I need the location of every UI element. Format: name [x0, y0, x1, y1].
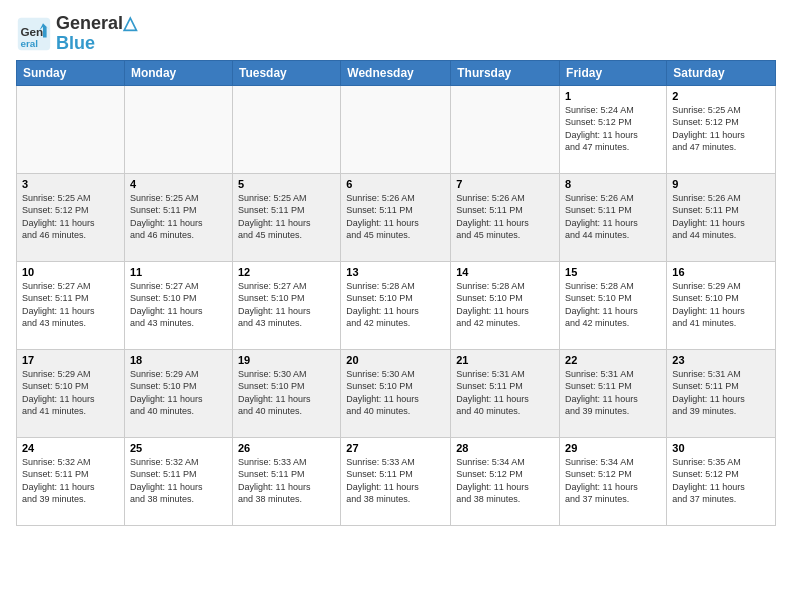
day-cell: 4Sunrise: 5:25 AMSunset: 5:11 PMDaylight… — [124, 173, 232, 261]
day-cell — [451, 85, 560, 173]
col-thursday: Thursday — [451, 60, 560, 85]
page: Gen eral General△ Blue Sunday Monday Tue… — [0, 0, 792, 612]
week-row-2: 3Sunrise: 5:25 AMSunset: 5:12 PMDaylight… — [17, 173, 776, 261]
col-saturday: Saturday — [667, 60, 776, 85]
day-cell: 30Sunrise: 5:35 AMSunset: 5:12 PMDayligh… — [667, 437, 776, 525]
day-info: Sunrise: 5:27 AMSunset: 5:10 PMDaylight:… — [130, 280, 227, 330]
col-monday: Monday — [124, 60, 232, 85]
day-cell: 6Sunrise: 5:26 AMSunset: 5:11 PMDaylight… — [341, 173, 451, 261]
day-info: Sunrise: 5:34 AMSunset: 5:12 PMDaylight:… — [565, 456, 661, 506]
day-cell: 3Sunrise: 5:25 AMSunset: 5:12 PMDaylight… — [17, 173, 125, 261]
day-number: 22 — [565, 354, 661, 366]
logo-icon: Gen eral — [16, 16, 52, 52]
day-info: Sunrise: 5:25 AMSunset: 5:12 PMDaylight:… — [22, 192, 119, 242]
day-cell: 22Sunrise: 5:31 AMSunset: 5:11 PMDayligh… — [560, 349, 667, 437]
day-info: Sunrise: 5:28 AMSunset: 5:10 PMDaylight:… — [565, 280, 661, 330]
day-number: 17 — [22, 354, 119, 366]
calendar-body: 1Sunrise: 5:24 AMSunset: 5:12 PMDaylight… — [17, 85, 776, 525]
day-number: 28 — [456, 442, 554, 454]
week-row-3: 10Sunrise: 5:27 AMSunset: 5:11 PMDayligh… — [17, 261, 776, 349]
col-tuesday: Tuesday — [232, 60, 340, 85]
logo-blue: △ — [123, 13, 137, 33]
day-cell: 23Sunrise: 5:31 AMSunset: 5:11 PMDayligh… — [667, 349, 776, 437]
day-number: 12 — [238, 266, 335, 278]
day-info: Sunrise: 5:28 AMSunset: 5:10 PMDaylight:… — [456, 280, 554, 330]
day-info: Sunrise: 5:29 AMSunset: 5:10 PMDaylight:… — [672, 280, 770, 330]
day-info: Sunrise: 5:33 AMSunset: 5:11 PMDaylight:… — [346, 456, 445, 506]
day-cell: 17Sunrise: 5:29 AMSunset: 5:10 PMDayligh… — [17, 349, 125, 437]
day-number: 24 — [22, 442, 119, 454]
day-cell: 14Sunrise: 5:28 AMSunset: 5:10 PMDayligh… — [451, 261, 560, 349]
day-cell: 10Sunrise: 5:27 AMSunset: 5:11 PMDayligh… — [17, 261, 125, 349]
day-number: 9 — [672, 178, 770, 190]
day-cell — [232, 85, 340, 173]
day-number: 10 — [22, 266, 119, 278]
day-info: Sunrise: 5:32 AMSunset: 5:11 PMDaylight:… — [22, 456, 119, 506]
day-number: 11 — [130, 266, 227, 278]
day-info: Sunrise: 5:31 AMSunset: 5:11 PMDaylight:… — [672, 368, 770, 418]
day-info: Sunrise: 5:32 AMSunset: 5:11 PMDaylight:… — [130, 456, 227, 506]
day-number: 3 — [22, 178, 119, 190]
day-number: 13 — [346, 266, 445, 278]
day-info: Sunrise: 5:35 AMSunset: 5:12 PMDaylight:… — [672, 456, 770, 506]
svg-text:Gen: Gen — [21, 25, 44, 38]
day-cell — [17, 85, 125, 173]
day-info: Sunrise: 5:34 AMSunset: 5:12 PMDaylight:… — [456, 456, 554, 506]
day-cell: 11Sunrise: 5:27 AMSunset: 5:10 PMDayligh… — [124, 261, 232, 349]
day-number: 8 — [565, 178, 661, 190]
day-number: 23 — [672, 354, 770, 366]
day-cell: 19Sunrise: 5:30 AMSunset: 5:10 PMDayligh… — [232, 349, 340, 437]
day-cell: 1Sunrise: 5:24 AMSunset: 5:12 PMDaylight… — [560, 85, 667, 173]
col-friday: Friday — [560, 60, 667, 85]
logo-line1: General△ — [56, 14, 137, 34]
day-info: Sunrise: 5:25 AMSunset: 5:12 PMDaylight:… — [672, 104, 770, 154]
calendar-header: Sunday Monday Tuesday Wednesday Thursday… — [17, 60, 776, 85]
day-info: Sunrise: 5:26 AMSunset: 5:11 PMDaylight:… — [565, 192, 661, 242]
day-number: 21 — [456, 354, 554, 366]
day-info: Sunrise: 5:27 AMSunset: 5:11 PMDaylight:… — [22, 280, 119, 330]
day-cell: 29Sunrise: 5:34 AMSunset: 5:12 PMDayligh… — [560, 437, 667, 525]
day-number: 4 — [130, 178, 227, 190]
day-cell — [341, 85, 451, 173]
svg-text:eral: eral — [21, 37, 39, 48]
day-number: 2 — [672, 90, 770, 102]
day-cell: 7Sunrise: 5:26 AMSunset: 5:11 PMDaylight… — [451, 173, 560, 261]
day-info: Sunrise: 5:28 AMSunset: 5:10 PMDaylight:… — [346, 280, 445, 330]
day-info: Sunrise: 5:24 AMSunset: 5:12 PMDaylight:… — [565, 104, 661, 154]
day-info: Sunrise: 5:25 AMSunset: 5:11 PMDaylight:… — [130, 192, 227, 242]
day-number: 27 — [346, 442, 445, 454]
week-row-1: 1Sunrise: 5:24 AMSunset: 5:12 PMDaylight… — [17, 85, 776, 173]
day-number: 16 — [672, 266, 770, 278]
day-number: 1 — [565, 90, 661, 102]
day-info: Sunrise: 5:30 AMSunset: 5:10 PMDaylight:… — [346, 368, 445, 418]
day-number: 18 — [130, 354, 227, 366]
day-cell: 15Sunrise: 5:28 AMSunset: 5:10 PMDayligh… — [560, 261, 667, 349]
day-number: 29 — [565, 442, 661, 454]
day-cell: 12Sunrise: 5:27 AMSunset: 5:10 PMDayligh… — [232, 261, 340, 349]
day-cell: 21Sunrise: 5:31 AMSunset: 5:11 PMDayligh… — [451, 349, 560, 437]
day-number: 6 — [346, 178, 445, 190]
day-cell — [124, 85, 232, 173]
day-number: 20 — [346, 354, 445, 366]
day-cell: 20Sunrise: 5:30 AMSunset: 5:10 PMDayligh… — [341, 349, 451, 437]
header-row: Sunday Monday Tuesday Wednesday Thursday… — [17, 60, 776, 85]
col-wednesday: Wednesday — [341, 60, 451, 85]
day-cell: 9Sunrise: 5:26 AMSunset: 5:11 PMDaylight… — [667, 173, 776, 261]
logo: Gen eral General△ Blue — [16, 14, 137, 54]
day-cell: 18Sunrise: 5:29 AMSunset: 5:10 PMDayligh… — [124, 349, 232, 437]
day-cell: 28Sunrise: 5:34 AMSunset: 5:12 PMDayligh… — [451, 437, 560, 525]
day-info: Sunrise: 5:25 AMSunset: 5:11 PMDaylight:… — [238, 192, 335, 242]
col-sunday: Sunday — [17, 60, 125, 85]
day-cell: 24Sunrise: 5:32 AMSunset: 5:11 PMDayligh… — [17, 437, 125, 525]
day-number: 25 — [130, 442, 227, 454]
day-number: 30 — [672, 442, 770, 454]
day-cell: 25Sunrise: 5:32 AMSunset: 5:11 PMDayligh… — [124, 437, 232, 525]
logo-text: General△ Blue — [56, 14, 137, 54]
header: Gen eral General△ Blue — [16, 10, 776, 54]
day-number: 14 — [456, 266, 554, 278]
day-cell: 8Sunrise: 5:26 AMSunset: 5:11 PMDaylight… — [560, 173, 667, 261]
logo-line2: Blue — [56, 34, 137, 54]
day-info: Sunrise: 5:31 AMSunset: 5:11 PMDaylight:… — [456, 368, 554, 418]
day-cell: 2Sunrise: 5:25 AMSunset: 5:12 PMDaylight… — [667, 85, 776, 173]
day-number: 15 — [565, 266, 661, 278]
